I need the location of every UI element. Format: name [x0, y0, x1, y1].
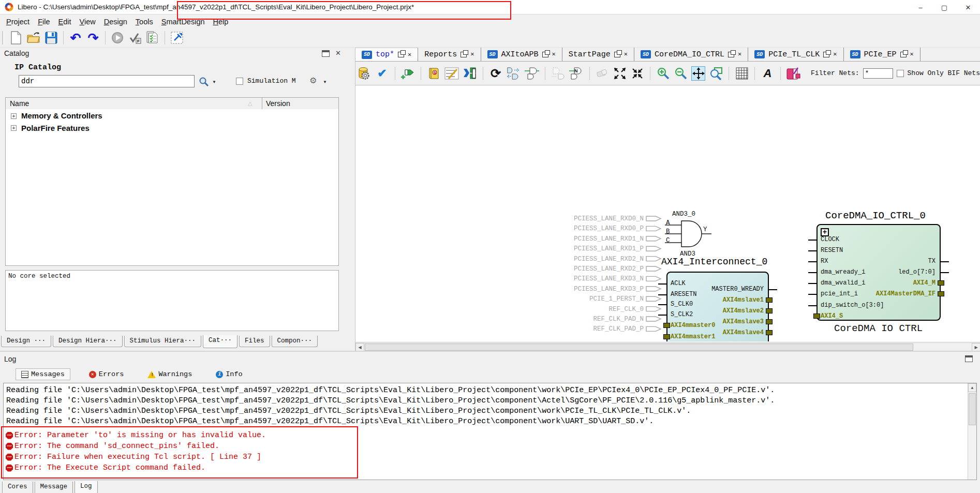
io-pin[interactable]: PCIESS_LANE_RXD0_N	[511, 215, 644, 223]
tab-info[interactable]: i Info	[211, 368, 247, 380]
tab-errors[interactable]: ✕ Errors	[84, 368, 129, 380]
io-pin[interactable]: PCIESS_LANE_RXD3_N	[511, 275, 644, 283]
report-icon[interactable]	[145, 30, 160, 46]
delete-icon[interactable]	[596, 66, 610, 81]
menu-design[interactable]: Design	[100, 16, 131, 27]
address-editor-icon[interactable]	[444, 66, 459, 81]
io-pin[interactable]: PCIESS_LANE_RXD1_P	[511, 245, 644, 253]
scrollbar-thumb[interactable]	[969, 393, 976, 425]
coredma-block[interactable]: + CLOCK RESETN RX dma_wready_i dma_wvali…	[816, 224, 941, 321]
tab-top[interactable]: SD top* ✕	[355, 48, 418, 61]
io-pin[interactable]: PCIESS_LANE_RXD2_N	[511, 255, 644, 263]
io-pin[interactable]: PCIESS_LANE_RXD0_P	[511, 225, 644, 233]
tab-startpage[interactable]: StartPage ✕	[562, 48, 634, 61]
save-icon[interactable]	[43, 30, 59, 46]
float-tab-icon[interactable]	[398, 52, 404, 57]
column-name[interactable]: Name	[10, 99, 29, 108]
tab-messages[interactable]: Messages	[16, 368, 70, 380]
tree-item-memory-controllers[interactable]: + Memory & Controllers	[6, 111, 338, 122]
menu-edit[interactable]: Edit	[54, 16, 76, 27]
catalog-settings-gear-icon[interactable]: ⚙	[309, 76, 317, 85]
scroll-up-button[interactable]: ▲	[968, 383, 976, 392]
io-pin[interactable]: REF_CLK_0	[511, 305, 644, 313]
catalog-settings-dropdown-icon[interactable]: ▼	[323, 80, 327, 84]
tab-stimulus-hierarchy[interactable]: Stimulus Hiera···	[124, 336, 202, 347]
annotate-icon[interactable]	[786, 66, 801, 81]
promote-to-top-icon[interactable]	[507, 66, 521, 81]
log-output[interactable]: Reading file 'C:\Users\admin\Desktop\FPG…	[3, 383, 977, 480]
close-tab-icon[interactable]: ✕	[408, 52, 411, 58]
zoom-out-icon[interactable]	[674, 66, 688, 81]
io-pin[interactable]: PCIESS_LANE_RXD2_P	[511, 265, 644, 273]
zoom-to-fit-icon[interactable]	[691, 66, 705, 81]
close-tab-icon[interactable]: ✕	[910, 51, 914, 57]
tab-catalog[interactable]: Cat···	[203, 335, 237, 348]
column-version[interactable]: Version	[266, 99, 290, 108]
float-tab-icon[interactable]	[461, 52, 467, 57]
invert-pin-icon[interactable]: N	[569, 66, 584, 81]
memory-map-icon[interactable]: S	[427, 66, 441, 81]
tab-files[interactable]: Files	[239, 336, 270, 347]
menu-project[interactable]: Project	[2, 16, 34, 27]
catalog-float-icon[interactable]	[322, 50, 330, 57]
add-port-icon[interactable]	[401, 66, 415, 81]
tab-reports[interactable]: Reports ✕	[418, 48, 481, 61]
tab-cores[interactable]: Cores	[2, 482, 33, 493]
new-file-icon[interactable]	[8, 30, 24, 46]
maximize-button[interactable]: ▢	[932, 0, 956, 14]
io-pin[interactable]: REF_CLK_PAD_P	[511, 325, 644, 333]
add-text-icon[interactable]: A	[761, 66, 775, 81]
export-smartdesign-icon[interactable]	[169, 30, 185, 46]
tab-axitoapb[interactable]: SD AXItoAPB ✕	[481, 48, 562, 61]
unpromote-pin-icon[interactable]	[551, 66, 566, 81]
catalog-close-icon[interactable]: ✕	[335, 50, 341, 56]
tab-pcie-ep[interactable]: SD PCIe_EP ✕	[844, 48, 920, 61]
io-pin[interactable]: PCIESS_LANE_RXD1_N	[511, 235, 644, 243]
tab-log[interactable]: Log	[75, 481, 98, 493]
toolbar-handle[interactable]	[2, 31, 4, 44]
float-tab-icon[interactable]	[900, 52, 907, 57]
minimize-button[interactable]: –	[909, 0, 932, 14]
zoom-window-icon[interactable]	[709, 66, 723, 81]
maximize-view-icon[interactable]	[613, 66, 627, 81]
generate-component-icon[interactable]	[358, 66, 372, 81]
close-button[interactable]: ✕	[956, 0, 980, 14]
float-tab-icon[interactable]	[728, 52, 734, 57]
log-v-scrollbar[interactable]: ▲	[968, 383, 976, 480]
io-pin[interactable]: PCIE_1_PERST_N	[511, 295, 644, 303]
menu-smartdesign[interactable]: SmartDesign	[157, 16, 209, 27]
close-tab-icon[interactable]: ✕	[738, 51, 741, 57]
scroll-right-button[interactable]: ▶	[972, 343, 980, 351]
tab-pcie-tl-clk[interactable]: SD PCIe_TL_CLK ✕	[748, 48, 843, 61]
tab-components[interactable]: Compon···	[272, 336, 318, 347]
filter-nets-input[interactable]	[863, 68, 893, 79]
close-tab-icon[interactable]: ✕	[552, 51, 556, 57]
tab-message[interactable]: Message	[35, 482, 73, 493]
run-icon[interactable]	[110, 30, 125, 46]
canvas-h-scrollbar[interactable]: ◀ ▶	[355, 342, 980, 351]
float-tab-icon[interactable]	[614, 52, 620, 57]
and-gate-symbol[interactable]	[664, 218, 716, 250]
search-options-dropdown-icon[interactable]: ▼	[212, 80, 216, 84]
menu-file[interactable]: File	[34, 16, 54, 27]
show-only-bif-nets-checkbox[interactable]	[897, 70, 904, 77]
redo-icon[interactable]: ↷	[85, 30, 101, 46]
close-tab-icon[interactable]: ✕	[470, 51, 474, 57]
log-float-icon[interactable]	[965, 355, 973, 362]
io-pin[interactable]: REF_CLK_PAD_N	[511, 315, 644, 323]
io-pin[interactable]: PCIESS_LANE_RXD3_P	[511, 285, 644, 293]
scrollbar-thumb[interactable]	[365, 343, 913, 351]
connectivity-icon[interactable]	[463, 66, 477, 81]
float-tab-icon[interactable]	[542, 52, 548, 57]
search-icon[interactable]	[199, 77, 209, 87]
tab-warnings[interactable]: ! Warnings	[142, 368, 197, 380]
expand-block-icon[interactable]: +	[821, 228, 829, 236]
tab-design-hierarchy[interactable]: Design Hiera···	[53, 336, 123, 347]
menu-help[interactable]: Help	[209, 16, 233, 27]
close-tab-icon[interactable]: ✕	[624, 51, 628, 57]
float-tab-icon[interactable]	[823, 52, 829, 57]
auto-connect-icon[interactable]: ⟳	[489, 66, 503, 81]
menu-view[interactable]: View	[76, 16, 100, 27]
scroll-left-button[interactable]: ◀	[355, 343, 364, 351]
promote-pin-icon[interactable]	[525, 66, 539, 81]
